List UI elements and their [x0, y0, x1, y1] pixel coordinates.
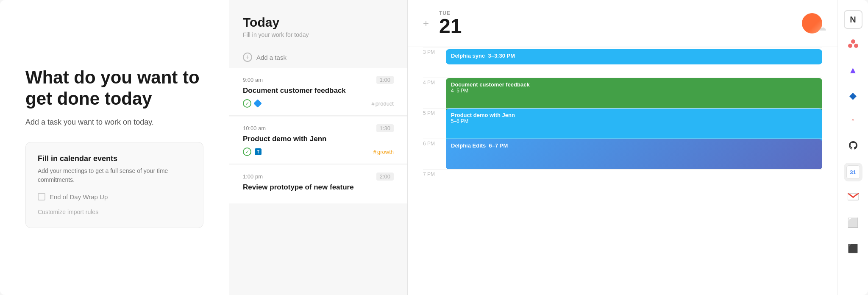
calendar-card: Fill in calendar events Add your meeting… — [25, 142, 203, 228]
sidebar-item-gmail[interactable] — [844, 188, 862, 207]
left-panel: What do you want to get done today Add a… — [0, 0, 229, 295]
svg-point-2 — [854, 44, 858, 48]
slot-content — [444, 170, 822, 200]
event-product-demo[interactable]: Product demo with Jenn 5–6 PM — [446, 109, 822, 142]
time-slot-4pm: 4 PM Document customer feedback 4–5 PM — [423, 78, 822, 108]
main-subtitle: Add a task you want to work on today. — [25, 118, 203, 127]
calendar-header: + TUE 21 — [408, 0, 837, 47]
add-task-icon[interactable]: + — [243, 53, 252, 62]
wrap-up-checkbox[interactable] — [38, 193, 45, 200]
event-name: Delphia sync 3–3:30 PM — [451, 53, 515, 59]
checkbox-row[interactable]: End of Day Wrap Up — [38, 193, 191, 200]
time-grid: 3 PM Delphia sync 3–3:30 PM 4 PM Documen… — [408, 47, 837, 200]
task-time: 1:00 pm — [243, 173, 263, 180]
notion-icon: N — [850, 15, 856, 25]
sidebar-item-outlook[interactable]: ⬜ — [844, 214, 862, 232]
sidebar-item-asana[interactable] — [844, 36, 862, 54]
task-title: Document customer feedback — [243, 86, 394, 95]
time-label: 3 PM — [423, 47, 444, 55]
event-delphia-sync[interactable]: Delphia sync 3–3:30 PM — [446, 49, 822, 64]
wrap-up-label: End of Day Wrap Up — [50, 193, 108, 200]
asana-icon — [848, 38, 859, 52]
todoist-icon: ↑ — [851, 116, 855, 127]
weather-icon — [802, 13, 822, 33]
sidebar-item-clickup[interactable]: ▲ — [844, 61, 862, 80]
slot-content: Delphia Edits 6–7 PM — [444, 139, 822, 169]
task-tags-row: ✓ #growth — [243, 148, 394, 156]
event-name: Delphia Edits 6–7 PM — [451, 142, 508, 149]
linear-icon: ◆ — [849, 90, 857, 101]
task-duration: 2:00 — [376, 173, 394, 181]
event-name: Product demo with Jenn — [451, 112, 817, 118]
task-time: 9:00 am — [243, 77, 263, 83]
task-title: Review prototype of new feature — [243, 183, 394, 192]
time-label: 5 PM — [423, 109, 444, 116]
task-duration: 1:30 — [376, 124, 394, 132]
slot-content: Product demo with Jenn 5–6 PM — [444, 109, 822, 139]
customize-link[interactable]: Customize import rules — [38, 209, 98, 215]
add-task-label: Add a task — [256, 54, 287, 61]
event-delphia-edits[interactable]: Delphia Edits 6–7 PM — [446, 139, 822, 170]
task-title: Product demo with Jenn — [243, 135, 394, 143]
trello-icon — [255, 148, 262, 155]
gcal-icon: 31 — [846, 165, 860, 179]
time-slot-7pm: 7 PM — [423, 169, 822, 200]
task-tags-row: ✓ #product — [243, 99, 394, 108]
sidebar-item-notion[interactable]: N — [844, 10, 862, 29]
time-label: 4 PM — [423, 78, 444, 86]
task-item: 10:00 am 1:30 Product demo with Jenn ✓ #… — [229, 117, 407, 164]
svg-point-1 — [848, 44, 852, 48]
today-title: Today — [243, 15, 394, 30]
event-time: 5–6 PM — [451, 118, 817, 124]
sidebar-item-gcal[interactable]: 31 — [844, 163, 862, 181]
task-tag: #product — [371, 100, 394, 107]
gmail-icon — [848, 192, 859, 203]
calendar-date-number: 21 — [439, 16, 462, 36]
sidebar-icons: N ▲ ◆ ↑ 31 — [837, 0, 868, 295]
today-header: Today Fill in your work for today — [229, 0, 407, 47]
event-time: 4–5 PM — [451, 88, 817, 94]
task-check-icon[interactable]: ✓ — [243, 99, 251, 108]
task-item: 1:00 pm 2:00 Review prototype of new fea… — [229, 165, 407, 203]
calendar-date-block: TUE 21 — [439, 10, 462, 36]
add-task-row[interactable]: + Add a task — [229, 47, 407, 68]
outlook-icon: ⬜ — [847, 217, 859, 228]
task-item: 9:00 am 1:00 Document customer feedback … — [229, 68, 407, 116]
card-title: Fill in calendar events — [38, 154, 191, 163]
github-icon — [848, 140, 858, 153]
sidebar-item-todoist[interactable]: ↑ — [844, 112, 862, 131]
task-tag: #growth — [373, 149, 394, 155]
teams-icon: ⬛ — [848, 243, 858, 253]
task-time-row: 9:00 am 1:00 — [243, 76, 394, 84]
diamond-icon — [253, 99, 262, 108]
calendar-panel: + TUE 21 3 PM Delphia sync 3–3:30 PM 4 P… — [408, 0, 837, 295]
fill-text: Fill in your work for today — [243, 31, 394, 38]
time-slot-6pm: 6 PM Delphia Edits 6–7 PM — [423, 139, 822, 169]
event-name: Document customer feedback — [451, 81, 817, 88]
time-label: 7 PM — [423, 170, 444, 177]
sidebar-item-github[interactable] — [844, 137, 862, 156]
time-slot-5pm: 5 PM Product demo with Jenn 5–6 PM — [423, 108, 822, 139]
sidebar-item-linear[interactable]: ◆ — [844, 86, 862, 105]
slot-content: Delphia sync 3–3:30 PM — [444, 47, 822, 78]
main-heading: What do you want to get done today — [25, 67, 203, 110]
task-time: 10:00 am — [243, 125, 266, 131]
time-label: 6 PM — [423, 139, 444, 147]
task-duration: 1:00 — [376, 76, 394, 84]
svg-point-0 — [851, 39, 855, 44]
slot-content: Document customer feedback 4–5 PM — [444, 78, 822, 108]
task-time-row: 1:00 pm 2:00 — [243, 173, 394, 181]
card-description: Add your meetings to get a full sense of… — [38, 167, 191, 184]
calendar-body: 3 PM Delphia sync 3–3:30 PM 4 PM Documen… — [408, 47, 837, 295]
calendar-add-button[interactable]: + — [423, 17, 429, 29]
time-slot-3pm: 3 PM Delphia sync 3–3:30 PM — [423, 47, 822, 78]
middle-panel: Today Fill in your work for today + Add … — [229, 0, 407, 295]
task-check-icon[interactable]: ✓ — [243, 148, 251, 156]
sidebar-item-teams[interactable]: ⬛ — [844, 239, 862, 258]
clickup-icon: ▲ — [849, 65, 858, 76]
task-time-row: 10:00 am 1:30 — [243, 124, 394, 132]
